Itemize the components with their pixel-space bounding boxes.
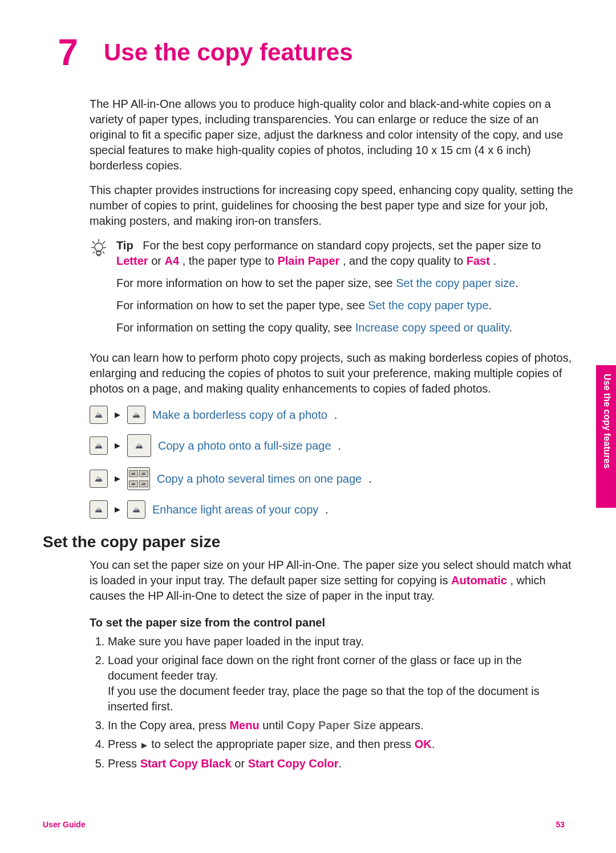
link-borderless-copy[interactable]: Make a borderless copy of a photo [152,407,327,423]
arrow-icon: ▶ [115,474,120,484]
lightbulb-icon [90,238,108,261]
link-set-paper-type[interactable]: Set the copy paper type [368,299,488,312]
section-paragraph: You can set the paper size on your HP Al… [90,557,573,604]
chapter-header: 7 Use the copy features [54,34,573,71]
link-set-paper-size[interactable]: Set the copy paper size [396,277,515,289]
steps-list: Make sure you have paper loaded in the i… [90,634,573,771]
link-enhance-copy[interactable]: Enhance light areas of your copy [152,502,318,518]
intro-paragraph-1: The HP All-in-One allows you to produce … [90,96,573,173]
svg-rect-8 [96,252,101,254]
link-fullsize-copy[interactable]: Copy a photo onto a full-size page [158,438,331,454]
svg-marker-10 [141,743,147,749]
list-item: ⛰ ▶ ⛰ Copy a photo onto a full-size page… [90,434,573,457]
photo-thumb-icon: ⛰ [90,436,108,455]
photo-thumb-icon: ⛰ [127,500,145,519]
chapter-title: Use the copy features [104,37,353,69]
photo-projects-list: ⛰ ▶ ⛰ Make a borderless copy of a photo.… [90,406,573,519]
right-arrow-icon [140,737,148,753]
list-item: ⛰ ▶ ⛰ Make a borderless copy of a photo. [90,406,573,424]
arrow-icon: ▶ [115,410,120,420]
intro-paragraph-2: This chapter provides instructions for i… [90,183,573,229]
section-tab: Use the copy features [596,365,616,508]
step-5: Press Start Copy Black or Start Copy Col… [108,756,573,771]
svg-line-7 [103,252,104,253]
tip-line-3: For information on how to set the paper … [116,298,573,313]
section-heading: Set the copy paper size [43,531,573,553]
link-multi-copy[interactable]: Copy a photo several times on one page [157,471,362,487]
step-4: Press to select the appropriate paper si… [108,737,573,753]
tip-callout: Tip For the best copy performance on sta… [90,238,573,342]
photo-thumb-icon: ⛰ [127,406,145,424]
footer-left: User Guide [43,819,86,830]
arrow-icon: ▶ [115,504,120,515]
step-3: In the Copy area, press Menu until Copy … [108,718,573,733]
arrow-icon: ▶ [115,440,120,451]
learn-paragraph: You can learn how to perform photo copy … [90,350,573,397]
list-item: ⛰ ▶ ⛰ Enhance light areas of your copy. [90,500,573,519]
photo-grid-icon: ⛰⛰⛰⛰ [127,467,150,490]
section-tab-text: Use the copy features [601,374,613,468]
steps-title: To set the paper size from the control p… [90,615,573,630]
photo-thumb-icon: ⛰ [127,434,151,457]
photo-thumb-icon: ⛰ [90,470,108,488]
list-item: ⛰ ▶ ⛰⛰⛰⛰ Copy a photo several times on o… [90,467,573,490]
step-1: Make sure you have paper loaded in the i… [108,634,573,649]
svg-point-0 [95,243,103,251]
tip-line-1: Tip For the best copy performance on sta… [116,238,573,269]
link-increase-quality[interactable]: Increase copy speed or quality [355,321,509,334]
step-2: Load your original face down on the righ… [108,653,573,714]
page-footer: User Guide 53 [43,819,565,830]
svg-line-2 [92,241,95,244]
svg-line-3 [103,241,105,244]
page-body: 7 Use the copy features The HP All-in-On… [43,34,573,819]
chapter-number: 7 [54,34,78,71]
svg-line-6 [93,252,95,253]
page-number: 53 [556,819,565,830]
tip-line-4: For information on setting the copy qual… [116,320,573,335]
photo-thumb-icon: ⛰ [90,500,108,519]
photo-thumb-icon: ⛰ [90,406,108,424]
tip-line-2: For more information on how to set the p… [116,276,573,291]
